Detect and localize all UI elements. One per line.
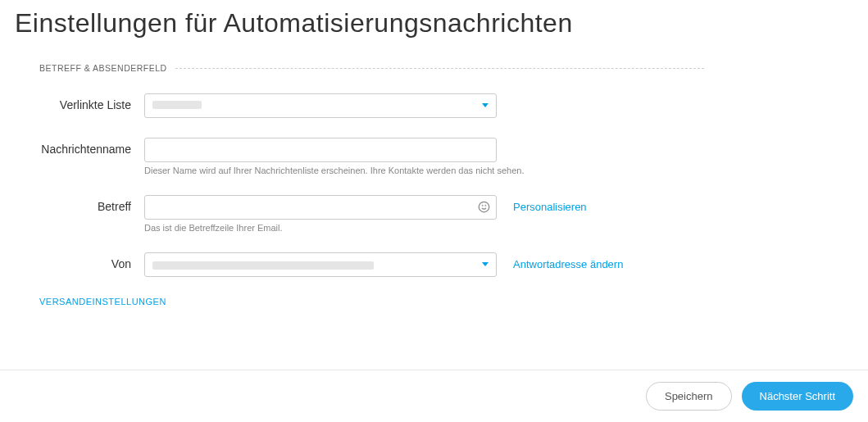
delivery-settings-link[interactable]: VERSANDEINSTELLUNGEN xyxy=(39,297,868,306)
section-header: BETREFF & ABSENDERFELD xyxy=(39,63,175,73)
page-title: Einstellungen für Automatisierungsnachri… xyxy=(0,0,868,39)
linked-list-select[interactable] xyxy=(144,93,497,118)
svg-point-0 xyxy=(479,202,489,212)
footer: Speichern Nächster Schritt xyxy=(0,370,868,422)
reply-address-link[interactable]: Antwortadresse ändern xyxy=(513,252,623,270)
label-linked-list: Verlinkte Liste xyxy=(39,93,144,111)
label-subject: Betreff xyxy=(39,195,144,213)
row-message-name: Nachrichtenname Dieser Name wird auf Ihr… xyxy=(0,138,868,175)
row-from: Von Antwortadresse ändern xyxy=(0,252,868,277)
emoji-icon[interactable] xyxy=(478,201,490,216)
row-linked-list: Verlinkte Liste xyxy=(0,93,868,118)
help-message-name: Dieser Name wird auf Ihrer Nachrichtenli… xyxy=(144,166,524,175)
help-subject: Das ist die Betreffzeile Ihrer Email. xyxy=(144,223,497,233)
label-from: Von xyxy=(39,252,144,270)
section-divider xyxy=(175,68,704,69)
section-header-row: BETREFF & ABSENDERFELD xyxy=(39,63,868,73)
from-select[interactable] xyxy=(144,252,497,277)
svg-point-1 xyxy=(482,205,483,206)
row-subject: Betreff Das ist die Betreffzeile Ihrer E… xyxy=(0,195,868,233)
personalize-link[interactable]: Personalisieren xyxy=(513,195,587,213)
svg-point-2 xyxy=(485,205,486,206)
subject-input[interactable] xyxy=(144,195,497,220)
message-name-input[interactable] xyxy=(144,138,497,162)
next-step-button[interactable]: Nächster Schritt xyxy=(742,382,853,411)
save-button[interactable]: Speichern xyxy=(646,382,732,411)
label-message-name: Nachrichtenname xyxy=(39,138,144,156)
